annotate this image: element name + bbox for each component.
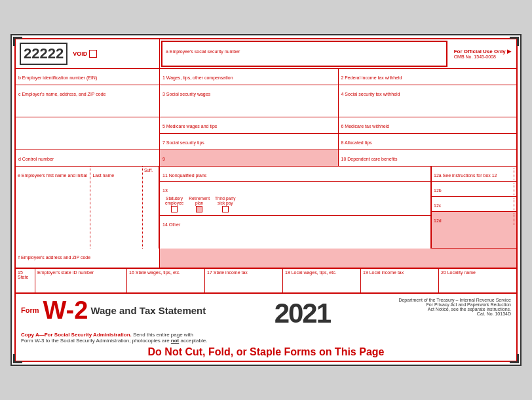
employer-state-id-cell: Employer's state ID number bbox=[35, 269, 127, 292]
stat-emp-checkbox[interactable] bbox=[171, 206, 178, 212]
addr-label: f Employee's address and ZIP code bbox=[18, 255, 90, 260]
control-label: d Control number bbox=[18, 157, 54, 161]
last-name-cell: Last name bbox=[90, 167, 142, 249]
retirement-checkbox[interactable] bbox=[196, 206, 202, 212]
box12-section: 12a See instructions for box 12 12b 12c bbox=[431, 167, 516, 249]
box18-label: 18 Local wages, tips, etc. bbox=[285, 270, 337, 275]
top-row: 22222 VOID a Employee's social security … bbox=[16, 39, 516, 69]
box12b-row: 12b bbox=[432, 182, 516, 197]
cat-no: Cat. No. 10134D bbox=[398, 311, 511, 316]
ein-row: b Employer identification number (EIN) 1… bbox=[16, 69, 516, 85]
box10-label: 10 Dependent care benefits bbox=[341, 157, 398, 161]
copy-a-not: not bbox=[171, 338, 179, 344]
privacy-line2: Act Notice, see the separate instruction… bbox=[398, 307, 511, 311]
box12a-label: 12a See instructions for box 12 bbox=[434, 173, 497, 178]
footer: Form W-2 Wage and Tax Statement 2021 Dep… bbox=[16, 292, 516, 361]
suff-label: Suff. bbox=[144, 168, 153, 172]
retirement-checkbox-item: Retirement plan bbox=[189, 196, 210, 212]
box3-label: 3 Social security wages bbox=[162, 92, 210, 96]
footer-top: Form W-2 Wage and Tax Statement 2021 Dep… bbox=[21, 298, 511, 329]
box4-label: 4 Social security tax withheld bbox=[341, 92, 400, 96]
box20-cell: 20 Locality name bbox=[439, 269, 516, 292]
state-row: 15 State Employer's state ID number 16 S… bbox=[16, 268, 516, 292]
box2-label: 2 Federal income tax withheld bbox=[341, 75, 402, 80]
w2-form: 22222 VOID a Employee's social security … bbox=[10, 34, 522, 366]
privacy-line1: For Privacy Act and Paperwork Reduction bbox=[398, 302, 511, 307]
box19-cell: 19 Local income tax bbox=[361, 269, 439, 292]
void-checkbox[interactable] bbox=[89, 50, 97, 58]
control-row: d Control number 9 10 Dependent care ben… bbox=[16, 150, 516, 167]
ssn-cell: a Employee's social security number bbox=[161, 41, 447, 67]
name-row: e Employee's first name and initial Last… bbox=[16, 167, 516, 249]
omb-label: OMB No. 1545-0008 bbox=[454, 54, 511, 59]
employer-name-row: c Employer's name, address, and ZIP code… bbox=[16, 85, 516, 117]
copy-a-acceptable: acceptable. bbox=[179, 338, 207, 344]
box13-label: 13 bbox=[162, 188, 168, 193]
box16-cell: 16 State wages, tips, etc. bbox=[127, 269, 205, 292]
w2-big-label: W-2 bbox=[43, 298, 88, 323]
last-name-label: Last name bbox=[92, 173, 114, 178]
box12c-row: 12c bbox=[432, 197, 516, 212]
retirement-label: Retirement plan bbox=[189, 196, 210, 205]
box8-label: 8 Allocated tips bbox=[341, 140, 372, 145]
box12d-row: 12d bbox=[432, 212, 516, 249]
year-label: 2021 bbox=[275, 298, 330, 329]
box12a-code bbox=[505, 168, 514, 180]
third-party-label: Third-party sick pay bbox=[215, 196, 235, 205]
year-area: 2021 bbox=[275, 298, 330, 329]
form-number-area: 22222 VOID bbox=[16, 39, 160, 68]
irs-dept: Department of the Treasury – Internal Re… bbox=[398, 298, 511, 302]
w2-title-area: Form W-2 Wage and Tax Statement bbox=[21, 298, 206, 323]
irs-info: Department of the Treasury – Internal Re… bbox=[398, 298, 511, 316]
employer-name-label: c Employer's name, address, and ZIP code bbox=[18, 92, 106, 96]
state-cell: 15 State bbox=[16, 269, 35, 292]
ss-tips-row: 7 Social security tips 8 Allocated tips bbox=[16, 134, 516, 150]
box5-label: 5 Medicare wages and tips bbox=[162, 124, 217, 129]
box12a-row: 12a See instructions for box 12 bbox=[432, 167, 516, 182]
box18-cell: 18 Local wages, tips, etc. bbox=[283, 269, 361, 292]
third-party-checkbox-item: Third-party sick pay bbox=[215, 196, 235, 212]
box6-label: 6 Medicare tax withheld bbox=[341, 124, 390, 129]
copy-a-text: Send this entire page with bbox=[133, 332, 193, 338]
name-area: e Employee's first name and initial Last… bbox=[16, 167, 160, 249]
box20-label: 20 Locality name bbox=[441, 270, 476, 275]
void-area: VOID bbox=[73, 50, 97, 58]
wage-title: Wage and Tax Statement bbox=[90, 305, 206, 316]
box11-label: 11 Nonqualified plans bbox=[162, 173, 206, 178]
ein-cell: b Employer identification number (EIN) bbox=[16, 69, 160, 85]
box11-12a-area: 11 Nonqualified plans 13 Statutory emplo… bbox=[160, 167, 516, 249]
box17-label: 17 State income tax bbox=[207, 270, 248, 275]
box16-label: 16 State wages, tips, etc. bbox=[129, 270, 180, 275]
box1-label: 1 Wages, tips, other compensation bbox=[162, 75, 233, 80]
suff-cell: Suff. bbox=[143, 167, 159, 249]
copy-a-line2: Form W-3 to the Social Security Administ… bbox=[21, 338, 171, 344]
do-not-cut: Do Not Cut, Fold, or Staple Forms on Thi… bbox=[21, 346, 511, 358]
ein-label: b Employer identification number (EIN) bbox=[18, 75, 97, 80]
third-party-checkbox[interactable] bbox=[222, 206, 229, 212]
state-label: 15 State bbox=[18, 270, 28, 279]
box12c-label: 12c bbox=[434, 203, 441, 208]
ssn-label: a Employee's social security number bbox=[166, 49, 240, 54]
box12b-label: 12b bbox=[434, 188, 442, 193]
official-use-label: For Official Use Only ▶ bbox=[454, 49, 511, 54]
box11-area: 11 Nonqualified plans 13 Statutory emplo… bbox=[160, 167, 431, 249]
box19-label: 19 Local income tax bbox=[363, 270, 404, 275]
copy-a-label: Copy A—For Social Security Administratio… bbox=[21, 332, 132, 338]
box11-row: 11 Nonqualified plans bbox=[160, 167, 430, 182]
stat-emp-checkbox-item: Statutory employee bbox=[165, 196, 183, 212]
stat-emp-label: Statutory employee bbox=[165, 196, 183, 205]
copy-a-line: Copy A—For Social Security Administratio… bbox=[21, 332, 511, 344]
checkbox-area: Statutory employee Retirement plan Third… bbox=[162, 195, 428, 214]
first-name-cell: e Employee's first name and initial bbox=[16, 167, 90, 249]
box13-row: 13 Statutory employee Retirement plan bbox=[160, 182, 430, 216]
void-label: VOID bbox=[73, 50, 87, 57]
employee-name-label: e Employee's first name and initial bbox=[18, 173, 87, 178]
box9-label: 9 bbox=[162, 157, 165, 161]
box12d-label: 12d bbox=[434, 218, 442, 223]
form-label: Form bbox=[21, 306, 39, 314]
box12b-code bbox=[505, 183, 514, 195]
box14-label: 14 Other bbox=[162, 222, 180, 227]
medicare-row: 5 Medicare wages and tips 6 Medicare tax… bbox=[16, 117, 516, 134]
form-number: 22222 bbox=[20, 43, 67, 65]
box7-label: 7 Social security tips bbox=[162, 140, 204, 145]
